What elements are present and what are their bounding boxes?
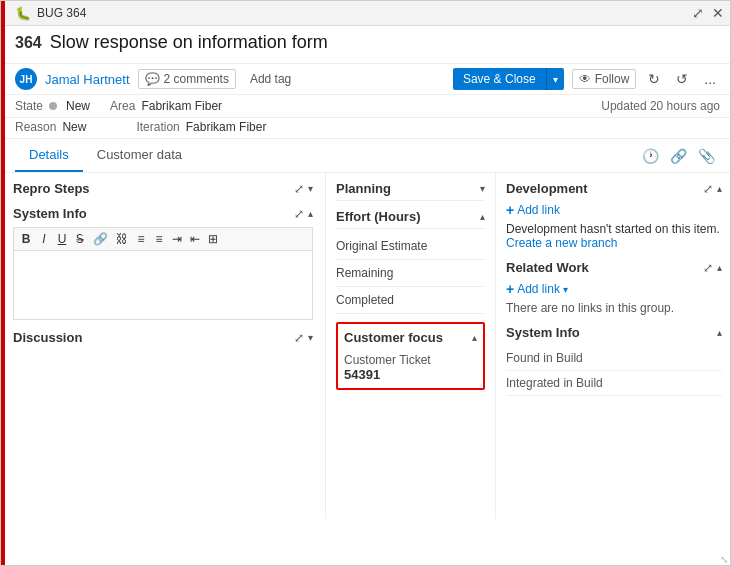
found-in-build-label: Found in Build bbox=[506, 351, 583, 365]
dev-hint-content: Development hasn't started on this item. bbox=[506, 222, 720, 236]
sys-collapse-icon: ▴ bbox=[308, 208, 313, 219]
customer-focus-label: Customer focus bbox=[344, 330, 443, 345]
rte-ul[interactable]: ≡ bbox=[133, 231, 149, 247]
original-estimate-label: Original Estimate bbox=[336, 239, 427, 253]
save-close-label[interactable]: Save & Close bbox=[453, 68, 547, 90]
customer-focus-collapse[interactable]: ▴ bbox=[472, 332, 477, 343]
save-close-button[interactable]: Save & Close ▾ bbox=[453, 68, 564, 90]
repro-steps-controls[interactable]: ⤢ ▾ bbox=[294, 182, 313, 196]
create-branch-link[interactable]: Create a new branch bbox=[506, 236, 617, 250]
discussion-label: Discussion bbox=[13, 330, 82, 345]
development-section: Development ⤢ ▴ + Add link Development h… bbox=[506, 181, 722, 250]
rw-add-link-arrow[interactable]: ▾ bbox=[563, 284, 568, 295]
rw-add-link-plus: + bbox=[506, 281, 514, 297]
state-field: State New bbox=[15, 99, 90, 113]
system-info-right-section: System Info ▴ Found in Build Integrated … bbox=[506, 325, 722, 396]
area-field: Area Fabrikam Fiber bbox=[110, 99, 222, 113]
rte-underline[interactable]: U bbox=[54, 231, 70, 247]
disc-expand-icon: ⤢ bbox=[294, 331, 304, 345]
rte-unlink[interactable]: ⛓ bbox=[113, 231, 131, 247]
completed-field[interactable]: Completed bbox=[336, 287, 485, 314]
expand-icon[interactable]: ⤢ bbox=[692, 5, 704, 21]
add-tag-button[interactable]: Add tag bbox=[244, 70, 297, 88]
comments-icon: 💬 bbox=[145, 72, 160, 86]
follow-button[interactable]: 👁 Follow bbox=[572, 69, 637, 89]
reason-value[interactable]: New bbox=[62, 120, 86, 134]
rte-link[interactable]: 🔗 bbox=[90, 231, 111, 247]
main-content: Repro Steps ⤢ ▾ System Info ⤢ ▴ bbox=[1, 173, 731, 519]
fields-row-1: State New Area Fabrikam Fiber Updated 20… bbox=[1, 95, 731, 118]
updated-text: Updated 20 hours ago bbox=[601, 99, 720, 113]
customer-ticket-value: 54391 bbox=[344, 367, 477, 382]
title-bar: 🐛 BUG 364 ⤢ ✕ bbox=[1, 1, 731, 26]
comments-count: 2 comments bbox=[164, 72, 229, 86]
toolbar: JH Jamal Hartnett 💬 2 comments Add tag S… bbox=[1, 64, 731, 95]
rw-controls[interactable]: ⤢ ▴ bbox=[703, 261, 722, 275]
rte-area[interactable] bbox=[13, 250, 313, 320]
more-button[interactable]: ... bbox=[700, 69, 720, 89]
area-value[interactable]: Fabrikam Fiber bbox=[141, 99, 222, 113]
link-tab-icon[interactable]: 🔗 bbox=[664, 142, 692, 170]
discussion-section: Discussion ⤢ ▾ bbox=[13, 330, 313, 345]
dev-expand-icon: ⤢ bbox=[703, 182, 713, 196]
refresh-button[interactable]: ↻ bbox=[644, 69, 664, 89]
rte-toolbar: B I U S̶ 🔗 ⛓ ≡ ≡ ⇥ ⇤ ⊞ bbox=[13, 227, 313, 250]
dev-controls[interactable]: ⤢ ▴ bbox=[703, 182, 722, 196]
repro-steps-label: Repro Steps bbox=[13, 181, 90, 196]
rte-image[interactable]: ⊞ bbox=[205, 231, 221, 247]
rw-add-link-button[interactable]: + Add link ▾ bbox=[506, 281, 722, 297]
reason-field: Reason New bbox=[15, 120, 86, 134]
found-in-build-field[interactable]: Found in Build bbox=[506, 346, 722, 371]
state-dot bbox=[49, 102, 57, 110]
system-info-label: System Info bbox=[13, 206, 87, 221]
rte-ol[interactable]: ≡ bbox=[151, 231, 167, 247]
wi-id: 364 bbox=[15, 34, 42, 52]
planning-collapse[interactable]: ▾ bbox=[480, 183, 485, 194]
undo-button[interactable]: ↺ bbox=[672, 69, 692, 89]
tab-customer-data[interactable]: Customer data bbox=[83, 139, 196, 172]
iteration-field: Iteration Fabrikam Fiber bbox=[136, 120, 266, 134]
dev-hint-text: Development hasn't started on this item.… bbox=[506, 222, 722, 250]
rw-expand-icon: ⤢ bbox=[703, 261, 713, 275]
discussion-controls[interactable]: ⤢ ▾ bbox=[294, 331, 313, 345]
remaining-field[interactable]: Remaining bbox=[336, 260, 485, 287]
tab-details[interactable]: Details bbox=[15, 139, 83, 172]
rte-strikethrough[interactable]: S̶ bbox=[72, 231, 88, 247]
effort-section: Effort (Hours) ▴ Original Estimate Remai… bbox=[336, 209, 485, 314]
left-panel: Repro Steps ⤢ ▾ System Info ⤢ ▴ bbox=[1, 173, 326, 519]
dev-collapse-icon: ▴ bbox=[717, 183, 722, 194]
reason-label: Reason bbox=[15, 120, 56, 134]
user-name[interactable]: Jamal Hartnett bbox=[45, 72, 130, 87]
follow-icon: 👁 bbox=[579, 72, 591, 86]
rte-bold[interactable]: B bbox=[18, 231, 34, 247]
dev-add-link-button[interactable]: + Add link bbox=[506, 202, 722, 218]
effort-label: Effort (Hours) bbox=[336, 209, 421, 224]
rw-collapse-icon: ▴ bbox=[717, 262, 722, 273]
resize-handle[interactable]: ⤡ bbox=[720, 554, 728, 565]
iteration-value[interactable]: Fabrikam Fiber bbox=[186, 120, 267, 134]
mid-panel: Planning ▾ Effort (Hours) ▴ Original Est… bbox=[326, 173, 496, 519]
save-close-dropdown-arrow[interactable]: ▾ bbox=[547, 70, 564, 89]
planning-label: Planning bbox=[336, 181, 391, 196]
state-value[interactable]: New bbox=[66, 99, 90, 113]
disc-collapse-icon: ▾ bbox=[308, 332, 313, 343]
original-estimate-field[interactable]: Original Estimate bbox=[336, 233, 485, 260]
state-label: State bbox=[15, 99, 43, 113]
remaining-label: Remaining bbox=[336, 266, 393, 280]
comments-button[interactable]: 💬 2 comments bbox=[138, 69, 236, 89]
effort-collapse[interactable]: ▴ bbox=[480, 211, 485, 222]
attachment-tab-icon[interactable]: 📎 bbox=[692, 142, 720, 170]
sys-info-collapse-icon: ▴ bbox=[717, 327, 722, 338]
sys-info-right-controls[interactable]: ▴ bbox=[717, 327, 722, 338]
rte-outdent[interactable]: ⇤ bbox=[187, 231, 203, 247]
left-accent-bar bbox=[1, 1, 5, 566]
rw-add-link-label: Add link bbox=[517, 282, 560, 296]
rte-indent[interactable]: ⇥ bbox=[169, 231, 185, 247]
history-tab-icon[interactable]: 🕐 bbox=[636, 142, 664, 170]
sys-expand-icon: ⤢ bbox=[294, 207, 304, 221]
integrated-in-build-field[interactable]: Integrated in Build bbox=[506, 371, 722, 396]
close-icon[interactable]: ✕ bbox=[712, 5, 724, 21]
bug-icon: 🐛 bbox=[15, 6, 31, 21]
system-info-controls[interactable]: ⤢ ▴ bbox=[294, 207, 313, 221]
rte-italic[interactable]: I bbox=[36, 231, 52, 247]
